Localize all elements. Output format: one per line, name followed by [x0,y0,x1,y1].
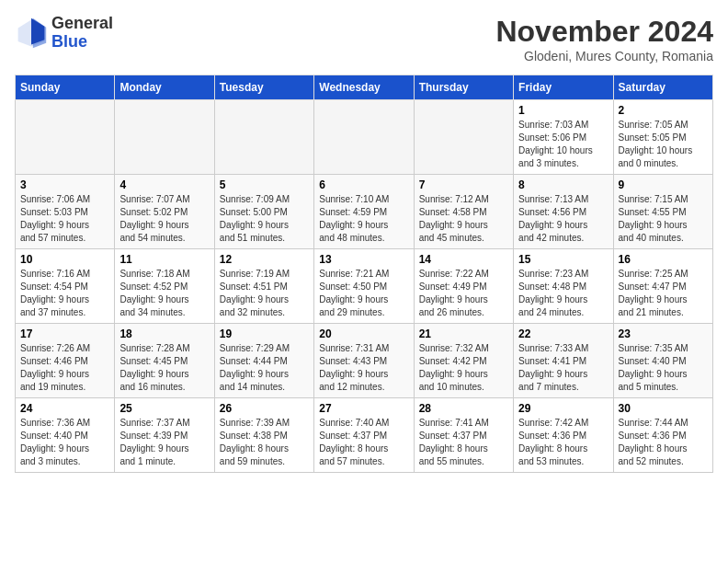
calendar-day-cell: 4Sunrise: 7:07 AM Sunset: 5:02 PM Daylig… [115,175,214,249]
weekday-header: Monday [115,75,214,100]
day-number: 10 [20,253,109,266]
day-number: 1 [518,104,608,117]
day-number: 28 [419,402,508,415]
day-number: 6 [319,178,408,191]
calendar-day-cell [16,100,115,175]
day-info: Sunrise: 7:26 AM Sunset: 4:46 PM Dayligh… [20,342,109,394]
calendar-day-cell: 24Sunrise: 7:36 AM Sunset: 4:40 PM Dayli… [16,398,115,473]
day-number: 19 [220,327,309,340]
logo-icon [15,17,48,50]
day-info: Sunrise: 7:10 AM Sunset: 4:59 PM Dayligh… [319,193,408,245]
calendar-day-cell: 5Sunrise: 7:09 AM Sunset: 5:00 PM Daylig… [214,175,313,249]
day-info: Sunrise: 7:18 AM Sunset: 4:52 PM Dayligh… [119,268,209,319]
calendar-day-cell: 18Sunrise: 7:28 AM Sunset: 4:45 PM Dayli… [115,324,214,398]
day-number: 24 [20,402,109,415]
day-info: Sunrise: 7:37 AM Sunset: 4:39 PM Dayligh… [119,417,209,468]
day-info: Sunrise: 7:05 AM Sunset: 5:05 PM Dayligh… [619,119,708,170]
day-info: Sunrise: 7:32 AM Sunset: 4:42 PM Dayligh… [419,342,508,394]
day-number: 26 [220,402,309,415]
day-number: 8 [518,178,608,191]
calendar-day-cell: 6Sunrise: 7:10 AM Sunset: 4:59 PM Daylig… [314,175,414,249]
day-number: 22 [518,327,608,340]
day-info: Sunrise: 7:12 AM Sunset: 4:58 PM Dayligh… [419,193,508,245]
calendar-day-cell: 15Sunrise: 7:23 AM Sunset: 4:48 PM Dayli… [514,249,613,324]
calendar-day-cell [314,100,414,175]
day-number: 30 [619,402,708,415]
day-number: 7 [419,178,508,191]
calendar-day-cell: 14Sunrise: 7:22 AM Sunset: 4:49 PM Dayli… [414,249,513,324]
day-number: 23 [619,327,708,340]
day-info: Sunrise: 7:23 AM Sunset: 4:48 PM Dayligh… [518,268,608,319]
calendar-week-row: 1Sunrise: 7:03 AM Sunset: 5:06 PM Daylig… [16,100,713,175]
day-number: 16 [619,253,708,266]
day-info: Sunrise: 7:13 AM Sunset: 4:56 PM Dayligh… [518,193,608,245]
calendar-day-cell [414,100,513,175]
calendar-day-cell: 3Sunrise: 7:06 AM Sunset: 5:03 PM Daylig… [16,175,115,249]
day-info: Sunrise: 7:42 AM Sunset: 4:36 PM Dayligh… [518,417,608,468]
day-info: Sunrise: 7:31 AM Sunset: 4:43 PM Dayligh… [319,342,408,394]
day-number: 2 [619,104,708,117]
day-info: Sunrise: 7:33 AM Sunset: 4:41 PM Dayligh… [518,342,608,394]
day-number: 5 [220,178,309,191]
day-number: 4 [119,178,209,191]
weekday-header: Sunday [16,75,115,100]
day-info: Sunrise: 7:39 AM Sunset: 4:38 PM Dayligh… [220,417,309,468]
day-number: 12 [220,253,309,266]
calendar-day-cell: 8Sunrise: 7:13 AM Sunset: 4:56 PM Daylig… [514,175,613,249]
day-info: Sunrise: 7:06 AM Sunset: 5:03 PM Dayligh… [20,193,109,245]
calendar-week-row: 24Sunrise: 7:36 AM Sunset: 4:40 PM Dayli… [16,398,713,473]
logo-text: General Blue [51,15,113,52]
day-info: Sunrise: 7:36 AM Sunset: 4:40 PM Dayligh… [20,417,109,468]
calendar-day-cell: 22Sunrise: 7:33 AM Sunset: 4:41 PM Dayli… [514,324,613,398]
calendar-day-cell: 12Sunrise: 7:19 AM Sunset: 4:51 PM Dayli… [214,249,313,324]
logo: General Blue [15,15,113,52]
day-info: Sunrise: 7:15 AM Sunset: 4:55 PM Dayligh… [619,193,708,245]
calendar-week-row: 3Sunrise: 7:06 AM Sunset: 5:03 PM Daylig… [16,175,713,249]
day-number: 17 [20,327,109,340]
day-info: Sunrise: 7:21 AM Sunset: 4:50 PM Dayligh… [319,268,408,319]
calendar-day-cell: 2Sunrise: 7:05 AM Sunset: 5:05 PM Daylig… [613,100,712,175]
weekday-header: Tuesday [214,75,313,100]
calendar-day-cell: 26Sunrise: 7:39 AM Sunset: 4:38 PM Dayli… [214,398,313,473]
weekday-header: Wednesday [314,75,414,100]
calendar-table: SundayMondayTuesdayWednesdayThursdayFrid… [15,75,713,473]
day-info: Sunrise: 7:03 AM Sunset: 5:06 PM Dayligh… [518,119,608,170]
day-info: Sunrise: 7:29 AM Sunset: 4:44 PM Dayligh… [220,342,309,394]
day-number: 18 [119,327,209,340]
calendar-day-cell: 28Sunrise: 7:41 AM Sunset: 4:37 PM Dayli… [414,398,513,473]
day-info: Sunrise: 7:35 AM Sunset: 4:40 PM Dayligh… [619,342,708,394]
calendar-day-cell: 11Sunrise: 7:18 AM Sunset: 4:52 PM Dayli… [115,249,214,324]
calendar-day-cell: 16Sunrise: 7:25 AM Sunset: 4:47 PM Dayli… [613,249,712,324]
day-info: Sunrise: 7:28 AM Sunset: 4:45 PM Dayligh… [119,342,209,394]
calendar-week-row: 17Sunrise: 7:26 AM Sunset: 4:46 PM Dayli… [16,324,713,398]
location-subtitle: Glodeni, Mures County, Romania [495,49,713,63]
calendar-day-cell [115,100,214,175]
day-number: 21 [419,327,508,340]
calendar-day-cell: 30Sunrise: 7:44 AM Sunset: 4:36 PM Dayli… [613,398,712,473]
weekday-header: Thursday [414,75,513,100]
calendar-day-cell: 19Sunrise: 7:29 AM Sunset: 4:44 PM Dayli… [214,324,313,398]
calendar-day-cell: 10Sunrise: 7:16 AM Sunset: 4:54 PM Dayli… [16,249,115,324]
day-info: Sunrise: 7:44 AM Sunset: 4:36 PM Dayligh… [619,417,708,468]
calendar-day-cell: 23Sunrise: 7:35 AM Sunset: 4:40 PM Dayli… [613,324,712,398]
calendar-day-cell: 21Sunrise: 7:32 AM Sunset: 4:42 PM Dayli… [414,324,513,398]
day-info: Sunrise: 7:22 AM Sunset: 4:49 PM Dayligh… [419,268,508,319]
calendar-header-row: SundayMondayTuesdayWednesdayThursdayFrid… [16,75,713,100]
weekday-header: Friday [514,75,613,100]
day-info: Sunrise: 7:07 AM Sunset: 5:02 PM Dayligh… [119,193,209,245]
calendar-day-cell: 17Sunrise: 7:26 AM Sunset: 4:46 PM Dayli… [16,324,115,398]
calendar-day-cell [214,100,313,175]
weekday-header: Saturday [613,75,712,100]
calendar-day-cell: 27Sunrise: 7:40 AM Sunset: 4:37 PM Dayli… [314,398,414,473]
day-number: 27 [319,402,408,415]
day-info: Sunrise: 7:19 AM Sunset: 4:51 PM Dayligh… [220,268,309,319]
calendar-day-cell: 13Sunrise: 7:21 AM Sunset: 4:50 PM Dayli… [314,249,414,324]
day-number: 3 [20,178,109,191]
calendar-day-cell: 29Sunrise: 7:42 AM Sunset: 4:36 PM Dayli… [514,398,613,473]
day-number: 29 [518,402,608,415]
day-info: Sunrise: 7:40 AM Sunset: 4:37 PM Dayligh… [319,417,408,468]
day-number: 11 [119,253,209,266]
day-number: 13 [319,253,408,266]
month-title: November 2024 [495,15,713,49]
day-number: 20 [319,327,408,340]
